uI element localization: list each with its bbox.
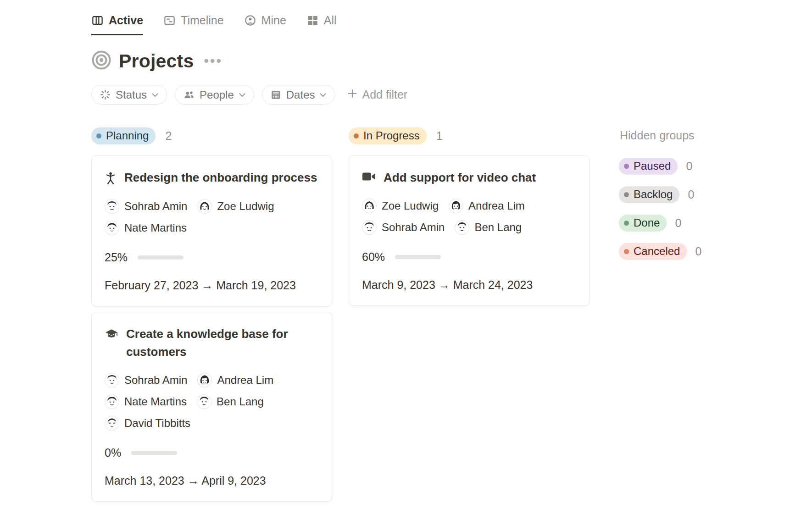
group-count: 0 <box>686 160 692 173</box>
person: David Tibbitts <box>105 416 190 431</box>
person-name: Sohrab Amin <box>124 374 187 387</box>
avatar <box>362 199 377 213</box>
view-tabs: Active Timeline Mine Al <box>91 14 812 35</box>
person: Zoe Ludwig <box>362 199 439 213</box>
hidden-group-row: Canceled 0 <box>619 243 724 260</box>
title-row: Projects ••• <box>91 50 812 72</box>
card-dates: February 27, 2023 → March 19, 2023 <box>105 279 318 292</box>
person-name: Ben Lang <box>474 221 522 234</box>
tab-label: Timeline <box>181 14 224 27</box>
person: Nate Martins <box>105 221 187 235</box>
filter-bar: Status People <box>91 85 812 105</box>
plus-icon <box>347 88 357 101</box>
hidden-group-row: Paused 0 <box>619 158 724 175</box>
avatar <box>197 373 212 387</box>
column-in-progress: In Progress 1 Add support for video chat <box>349 127 590 311</box>
group-label: Paused <box>634 160 671 172</box>
person-name: Nate Martins <box>124 221 187 234</box>
column-planning: Planning 2 Redesign the onboarding <box>91 127 332 507</box>
people-list: Sohrab Amin Zoe Ludwig Nate Martins <box>105 199 318 235</box>
person-name: Andrea Lim <box>217 374 273 387</box>
tab-timeline[interactable]: Timeline <box>163 14 224 35</box>
card-header: Add support for video chat <box>362 169 575 187</box>
card-title: Create a knowledge base for customers <box>126 325 318 361</box>
add-filter-label: Add filter <box>362 88 407 101</box>
group-count: 2 <box>165 129 172 143</box>
filter-status[interactable]: Status <box>91 85 167 105</box>
person: Ben Lang <box>197 394 264 409</box>
progress-bar <box>138 255 184 260</box>
group-pill-in-progress[interactable]: In Progress <box>349 127 427 144</box>
status-spinner-icon <box>100 89 111 100</box>
video-camera-icon <box>362 171 376 183</box>
person-name: Nate Martins <box>124 395 187 408</box>
hidden-group-row: Done 0 <box>619 215 724 232</box>
status-dot <box>624 221 629 226</box>
status-dot <box>354 133 359 138</box>
group-pill-canceled[interactable]: Canceled <box>619 243 687 260</box>
avatar <box>197 394 211 409</box>
page-title[interactable]: Projects <box>119 50 194 72</box>
progress-row: 0% <box>105 446 318 459</box>
person-name: Zoe Ludwig <box>217 200 274 213</box>
progress-bar <box>395 255 441 259</box>
avatar <box>105 221 119 235</box>
avatar <box>105 416 119 431</box>
hidden-groups-title: Hidden groups <box>620 129 724 142</box>
graduation-cap-icon <box>105 328 118 343</box>
progress-row: 60% <box>362 250 575 264</box>
progress-label: 0% <box>105 446 121 459</box>
card-dates: March 13, 2023 → April 9, 2023 <box>105 474 318 487</box>
person-name: Zoe Ludwig <box>382 199 439 212</box>
people-icon <box>183 89 195 101</box>
group-pill-paused[interactable]: Paused <box>619 158 678 175</box>
group-label: Planning <box>106 129 149 142</box>
tab-label: All <box>324 14 337 27</box>
person: Sohrab Amin <box>105 373 187 387</box>
avatar <box>105 394 119 409</box>
board-view-icon <box>91 14 104 27</box>
tab-mine[interactable]: Mine <box>244 14 286 35</box>
calendar-icon <box>270 89 282 100</box>
chevron-down-icon <box>239 93 246 97</box>
card-redesign-onboarding[interactable]: Redesign the onboarding process Sohrab A… <box>91 155 332 306</box>
tab-label: Active <box>109 14 143 27</box>
chevron-down-icon <box>151 93 159 97</box>
progress-bar <box>131 451 177 455</box>
target-icon[interactable] <box>91 50 111 72</box>
group-pill-backlog[interactable]: Backlog <box>619 186 679 203</box>
group-label: Backlog <box>634 188 673 201</box>
tab-all[interactable]: All <box>306 14 337 35</box>
status-dot <box>624 164 629 169</box>
card-header: Create a knowledge base for customers <box>105 325 318 361</box>
card-video-chat[interactable]: Add support for video chat Zoe Ludwig An… <box>349 155 590 306</box>
card-title: Add support for video chat <box>384 169 536 187</box>
add-filter-button[interactable]: Add filter <box>347 88 407 101</box>
tab-active[interactable]: Active <box>91 14 143 35</box>
person-name: Ben Lang <box>217 395 264 408</box>
card-knowledge-base[interactable]: Create a knowledge base for customers So… <box>91 312 332 502</box>
person: Zoe Ludwig <box>197 199 274 214</box>
grid-view-icon <box>306 14 319 27</box>
filter-dates[interactable]: Dates <box>262 85 335 105</box>
person-name: Sohrab Amin <box>382 221 445 234</box>
person: Sohrab Amin <box>362 220 445 235</box>
card-title: Redesign the onboarding process <box>124 169 317 187</box>
filter-people[interactable]: People <box>175 85 254 105</box>
people-list: Sohrab Amin Andrea Lim Nate Martins <box>105 373 318 431</box>
status-dot <box>624 192 629 197</box>
person: Nate Martins <box>105 394 187 409</box>
person-name: David Tibbitts <box>124 417 190 430</box>
status-dot <box>624 249 629 254</box>
filter-label: Dates <box>286 89 315 101</box>
group-pill-done[interactable]: Done <box>619 215 667 232</box>
person-name: Sohrab Amin <box>124 200 187 213</box>
group-count: 0 <box>675 216 681 230</box>
person: Andrea Lim <box>449 199 525 213</box>
page-menu-ellipsis-icon[interactable]: ••• <box>204 54 222 68</box>
filter-label: People <box>200 89 234 101</box>
progress-label: 60% <box>362 250 385 264</box>
card-header: Redesign the onboarding process <box>105 169 318 187</box>
avatar <box>105 373 119 387</box>
group-pill-planning[interactable]: Planning <box>91 127 156 144</box>
